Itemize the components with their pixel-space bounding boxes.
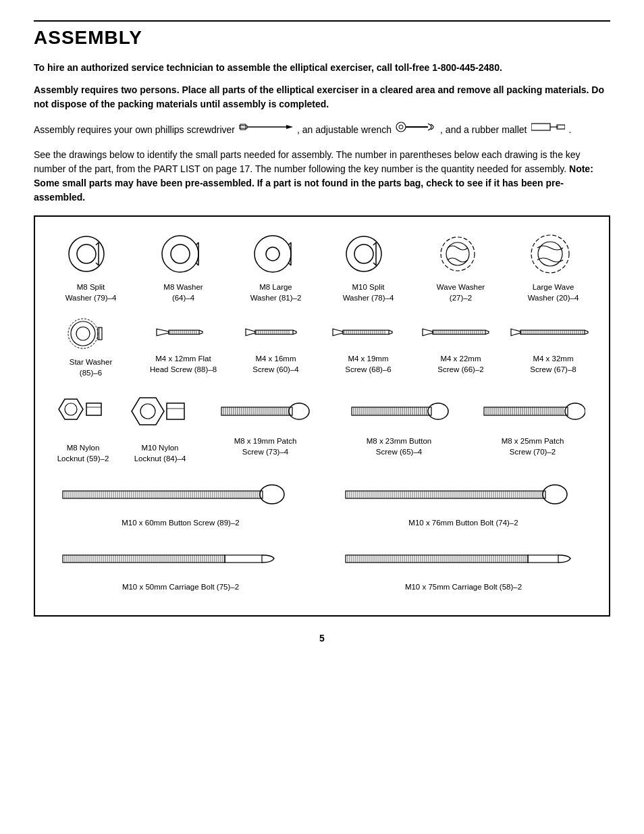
part-large-wave-washer: Large WaveWasher (20)–4 <box>508 230 598 303</box>
row1-grid: M8 SplitWasher (79)–4 M8 Washer(64)–4 <box>46 230 598 303</box>
intro-2-bold: Assembly requires two persons. Place all… <box>34 84 589 95</box>
part-drawing <box>323 315 413 349</box>
svg-point-5 <box>399 125 403 129</box>
part-label: Large WaveWasher (20)–4 <box>528 282 579 303</box>
part-drawing <box>46 230 136 278</box>
part-label: M10 x 50mm Carriage Bolt (75)–2 <box>122 581 239 592</box>
svg-point-31 <box>446 242 469 265</box>
svg-point-33 <box>538 242 562 266</box>
svg-point-36 <box>76 327 90 340</box>
row3-grid: M8 NylonLocknut (59)–2 M10 NylonLocknut … <box>46 391 598 464</box>
svg-marker-39 <box>157 329 169 336</box>
part-drawing <box>46 391 120 438</box>
parts-intro: See the drawings below to identify the s… <box>34 148 610 205</box>
part-label: M10 x 60mm Button Screw (89)–2 <box>122 517 240 528</box>
part-label: M4 x 19mmScrew (68)–6 <box>345 353 391 375</box>
intro-2: Assembly requires two persons. Place all… <box>34 83 610 111</box>
part-drawing <box>508 230 598 278</box>
page-number: 5 <box>34 633 610 644</box>
svg-point-34 <box>71 321 95 346</box>
intro-1: To hire an authorized service technician… <box>34 61 610 75</box>
part-label: M10 x 75mm Carriage Bolt (58)–2 <box>405 581 522 592</box>
part-m8x23-button-screw: M8 x 23mm ButtonScrew (65)–4 <box>333 391 464 464</box>
star-washer-label: Star Washer(85)–6 <box>70 357 112 378</box>
tools-text-end: . <box>569 122 572 138</box>
part-drawing <box>467 391 598 432</box>
svg-rect-159 <box>86 403 101 415</box>
row5-grid: M10 x 50mm Carriage Bolt (75)–2 <box>46 540 598 592</box>
svg-point-15 <box>162 236 198 272</box>
svg-marker-97 <box>423 329 433 336</box>
svg-point-16 <box>171 244 190 263</box>
part-m4x32-screw: M4 x 32mmScrew (67)–8 <box>508 315 598 378</box>
svg-rect-165 <box>221 407 292 415</box>
svg-rect-7 <box>531 124 550 130</box>
part-label: M8 x 19mm PatchScrew (73)–4 <box>234 436 297 457</box>
svg-marker-157 <box>59 399 83 419</box>
part-label: M8 Washer(64)–4 <box>163 282 203 303</box>
svg-rect-56 <box>255 330 293 334</box>
part-drawing <box>138 315 228 349</box>
part-label: M10 SplitWasher (78)–4 <box>343 282 394 303</box>
wrench-icon <box>396 121 436 138</box>
part-label: M4 x 22mmScrew (66)–2 <box>437 353 483 375</box>
part-drawing <box>46 315 136 353</box>
part-drawing <box>200 391 331 432</box>
part-label: M10 x 76mm Button Bolt (74)–2 <box>408 517 518 528</box>
part-label: M8 LargeWasher (81)–2 <box>250 282 302 303</box>
part-wave-washer: Wave Washer(27)–2 <box>416 230 506 303</box>
tools-text-mid2: , and a rubber mallet <box>440 122 527 138</box>
screwdriver-icon <box>239 121 293 138</box>
parts-box: M8 SplitWasher (79)–4 M8 Washer(64)–4 <box>34 215 610 617</box>
svg-marker-161 <box>132 398 164 425</box>
part-drawing <box>329 476 598 513</box>
svg-point-11 <box>77 244 96 263</box>
part-m8-washer: M8 Washer(64)–4 <box>138 230 228 303</box>
parts-intro-text: See the drawings below to identify the s… <box>34 149 581 174</box>
part-m4x16-screw: M4 x 16mmScrew (60)–4 <box>231 315 321 378</box>
svg-point-21 <box>266 247 279 261</box>
svg-point-32 <box>531 235 569 273</box>
tools-line: Assembly requires your own phillips scre… <box>34 120 610 140</box>
svg-rect-280 <box>63 491 263 498</box>
svg-point-477 <box>543 485 567 504</box>
svg-point-162 <box>140 404 155 419</box>
svg-point-378 <box>260 485 284 504</box>
tools-text-mid1: , an adjustable wrench <box>297 122 392 138</box>
part-m10x75-carriage-bolt: M10 x 75mm Carriage Bolt (58)–2 <box>329 540 598 592</box>
part-drawing <box>508 315 598 349</box>
part-label: M8 x 25mm PatchScrew (70)–2 <box>502 436 564 457</box>
part-drawing <box>231 230 321 278</box>
part-label: M8 x 23mm ButtonScrew (65)–4 <box>367 436 432 457</box>
part-drawing <box>138 230 228 278</box>
svg-point-4 <box>396 122 406 132</box>
part-drawing <box>333 391 464 432</box>
tools-text-pre: Assembly requires your own phillips scre… <box>34 122 235 138</box>
svg-rect-1 <box>240 124 246 130</box>
part-m10-nylon-locknut: M10 NylonLocknut (84)–4 <box>123 391 197 464</box>
svg-marker-124 <box>511 329 520 336</box>
part-label: M4 x 32mmScrew (67)–8 <box>530 353 576 375</box>
svg-marker-74 <box>333 329 343 336</box>
svg-rect-75 <box>343 330 389 334</box>
part-m8-split-washer: M8 SplitWasher (79)–4 <box>46 230 136 303</box>
svg-point-20 <box>254 236 291 272</box>
part-m8x19-patch-screw: M8 x 19mm PatchScrew (73)–4 <box>200 391 331 464</box>
svg-point-26 <box>354 244 373 263</box>
svg-rect-239 <box>484 407 568 415</box>
part-label: M10 NylonLocknut (84)–4 <box>134 442 186 464</box>
part-m10x76-button-bolt: M10 x 76mm Button Bolt (74)–2 <box>329 476 598 528</box>
svg-rect-649 <box>528 555 558 563</box>
part-m10x50-carriage-bolt: M10 x 50mm Carriage Bolt (75)–2 <box>46 540 315 592</box>
part-drawing <box>46 540 315 577</box>
part-star-washer: Star Washer(85)–6 <box>46 315 136 378</box>
svg-rect-98 <box>433 330 485 334</box>
svg-point-35 <box>68 319 98 348</box>
part-drawing <box>123 391 197 438</box>
page-title: ASSEMBLY <box>34 20 610 49</box>
svg-marker-55 <box>246 329 255 336</box>
part-drawing <box>231 315 321 349</box>
part-label: M4 x 12mm FlatHead Screw (88)–8 <box>150 353 217 375</box>
svg-rect-379 <box>346 491 545 498</box>
svg-rect-163 <box>167 403 184 419</box>
